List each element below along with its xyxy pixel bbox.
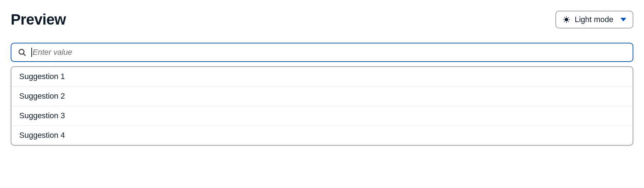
suggestions-list: Suggestion 1 Suggestion 2 Suggestion 3 S… (11, 66, 633, 146)
theme-mode-label: Light mode (575, 15, 613, 24)
svg-line-6 (568, 21, 569, 22)
suggestion-item[interactable]: Suggestion 1 (11, 67, 633, 86)
search-field-wrapper[interactable] (11, 43, 633, 62)
theme-mode-dropdown[interactable]: Light mode (555, 11, 633, 28)
suggestion-label: Suggestion 4 (19, 131, 65, 140)
text-cursor (31, 48, 32, 57)
svg-line-10 (23, 54, 25, 56)
svg-point-0 (565, 18, 568, 21)
suggestion-label: Suggestion 2 (19, 92, 65, 100)
suggestion-item[interactable]: Suggestion 3 (11, 106, 633, 125)
page-title: Preview (11, 11, 66, 28)
suggestion-label: Suggestion 3 (19, 111, 65, 120)
svg-line-8 (568, 17, 569, 18)
header-row: Preview Light mode (11, 11, 633, 28)
suggestion-item[interactable]: Suggestion 2 (11, 86, 633, 106)
chevron-down-icon (621, 18, 626, 21)
suggestion-label: Suggestion 1 (19, 72, 65, 81)
svg-line-5 (564, 17, 565, 18)
search-input[interactable] (33, 48, 627, 57)
sun-icon (563, 16, 570, 24)
search-icon (18, 48, 26, 57)
suggestion-item[interactable]: Suggestion 4 (11, 125, 633, 145)
svg-line-7 (564, 21, 565, 22)
